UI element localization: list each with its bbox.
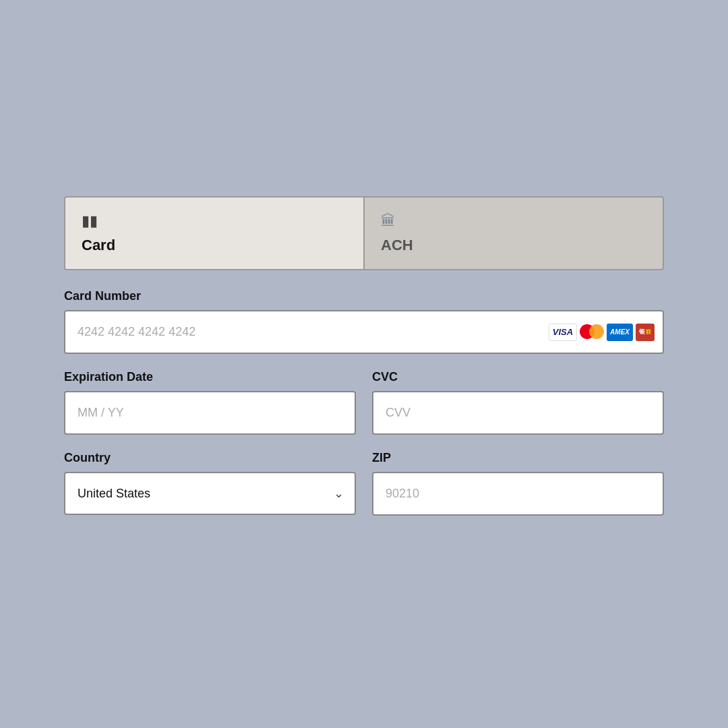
expiry-input[interactable] [64,391,356,435]
payment-tabs: ▮▮ Card 🏛 ACH [64,196,664,270]
tab-ach[interactable]: 🏛 ACH [363,196,664,270]
card-number-group: Card Number VISA AMEX 银联 [64,289,664,354]
country-label: Country [64,451,356,465]
expiry-col: Expiration Date [64,370,356,435]
unionpay-logo: 银联 [636,324,655,341]
card-logos: VISA AMEX 银联 [549,324,655,341]
card-number-wrapper: VISA AMEX 银联 [64,310,664,354]
tab-ach-label: ACH [381,237,646,254]
zip-input[interactable] [372,472,664,516]
country-select[interactable]: United States Canada United Kingdom Aust… [64,472,356,515]
mc-right-circle [589,324,604,339]
cvc-input[interactable] [372,391,664,435]
zip-col: ZIP [372,451,664,516]
mastercard-logo [580,324,604,340]
visa-logo: VISA [549,324,577,341]
cvc-col: CVC [372,370,664,435]
zip-label: ZIP [372,451,664,465]
tab-card[interactable]: ▮▮ Card [64,196,363,270]
cvc-label: CVC [372,370,664,384]
country-col: Country United States Canada United King… [64,451,356,516]
amex-logo: AMEX [607,324,633,341]
card-icon: ▮▮ [82,212,347,230]
bank-icon: 🏛 [381,212,646,230]
expiry-label: Expiration Date [64,370,356,384]
country-select-wrapper: United States Canada United Kingdom Aust… [64,472,356,515]
card-number-label: Card Number [64,289,664,303]
tab-card-label: Card [82,237,347,254]
payment-form: ▮▮ Card 🏛 ACH Card Number VISA AMEX 银联 [64,196,664,532]
expiry-cvc-row: Expiration Date CVC [64,370,664,435]
country-zip-row: Country United States Canada United King… [64,451,664,516]
